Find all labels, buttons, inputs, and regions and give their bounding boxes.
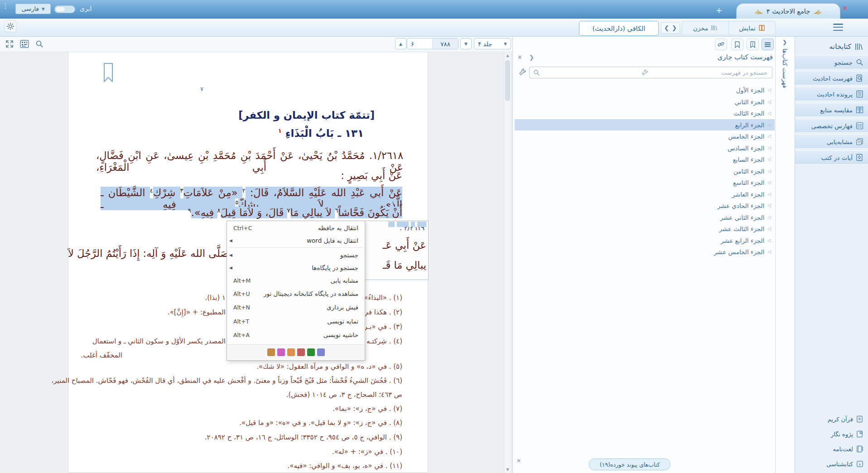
hadith-text-line2-highlighted[interactable]: أَنْ يَكُونَ فَحَّاشاً٦ لاَ يبالِي مَا٧ … bbox=[188, 207, 402, 218]
expander-icon[interactable]: ◁ bbox=[767, 180, 771, 185]
page-up-button[interactable]: ▲ bbox=[395, 38, 406, 49]
bookmark-alert-button[interactable] bbox=[747, 39, 759, 50]
expander-icon[interactable]: ◁ bbox=[767, 157, 771, 162]
search-tools-icon[interactable] bbox=[642, 69, 648, 75]
sidebar-item-similarity-finder[interactable]: مشابه‌یابی bbox=[795, 135, 868, 149]
bookmark-ribbon-icon[interactable] bbox=[103, 63, 113, 82]
menu-item-export-word[interactable]: انتقال به فایل word◀ bbox=[227, 234, 365, 247]
close-button[interactable]: ✕ bbox=[840, 5, 850, 14]
menu-item-search[interactable]: جستجو◀ bbox=[227, 249, 365, 261]
fullscreen-expand-icon[interactable] bbox=[5, 40, 14, 48]
scroll-up-icon[interactable]: ▲ bbox=[504, 53, 511, 58]
close-icon[interactable]: ✕ bbox=[517, 54, 522, 61]
app-menu-kebab-icon[interactable]: ⋮ bbox=[5, 4, 9, 15]
menu-item-view-noor-library[interactable]: مشاهده در پایگاه کتابخانه دیجیتال نورAlt… bbox=[227, 287, 365, 300]
expander-icon[interactable]: ◁ bbox=[767, 203, 771, 208]
nav-prev-icon[interactable]: ❮ bbox=[672, 24, 677, 31]
sidebar-item-dictionary[interactable]: لغت‌نامه bbox=[795, 443, 868, 455]
toc-item[interactable]: ◁الجزء التاسع bbox=[515, 177, 775, 188]
toc-item[interactable]: ◁الجزء الثاني عشر bbox=[515, 212, 775, 223]
close-icon[interactable]: ✕ bbox=[516, 458, 521, 464]
toc-list-button[interactable] bbox=[762, 39, 774, 50]
expander-icon[interactable]: ◁ bbox=[767, 226, 771, 231]
search-icon[interactable] bbox=[35, 40, 43, 48]
sidebar-item-special-indexes[interactable]: فهارس تخصصی bbox=[795, 119, 868, 133]
expander-icon[interactable]: ◁ bbox=[767, 87, 771, 92]
footnote-ref[interactable]: ٤ bbox=[150, 187, 153, 194]
highlight-color-swatch[interactable] bbox=[307, 348, 315, 356]
nav-next-icon[interactable]: ❯ bbox=[664, 24, 669, 31]
toc-item[interactable]: ◁الجزء الثاني bbox=[515, 96, 775, 107]
sidebar-item-verses-in-books[interactable]: آیات در کتب bbox=[795, 150, 868, 164]
footnote-ref[interactable]: ٧ bbox=[287, 207, 290, 214]
chapter-footnote-ref[interactable]: ١ bbox=[278, 127, 282, 134]
footnote-ref[interactable]: ٢ bbox=[242, 187, 246, 194]
toc-item[interactable]: ◁الجزء الحادي عشر bbox=[515, 200, 775, 211]
toc-item[interactable]: ◁الجزء الخامس bbox=[515, 130, 775, 142]
tab-storage[interactable]: مخزن bbox=[682, 21, 728, 34]
toc-item[interactable]: ◁الجزء الخامس عشر bbox=[515, 246, 775, 257]
sidebar-item-compare-sources[interactable]: مقایسه منابع bbox=[795, 103, 868, 117]
expander-icon[interactable]: ◁ bbox=[767, 134, 771, 139]
menu-item-search-databases[interactable]: جستجو در پایگاه‌ها◀ bbox=[227, 261, 365, 274]
sidebar-item-bibliography[interactable]: کتابشناسی bbox=[795, 458, 868, 470]
new-tab-button[interactable]: + bbox=[715, 6, 723, 14]
language-select[interactable]: ▼ فارسی bbox=[15, 4, 51, 14]
expander-icon[interactable]: ◁ bbox=[767, 215, 771, 220]
expander-icon[interactable]: ◁ bbox=[767, 122, 771, 127]
menu-item-indexing[interactable]: نمایه نویسیAlt+T bbox=[227, 315, 365, 328]
expander-icon[interactable]: ◁ bbox=[767, 249, 771, 254]
highlight-color-swatch[interactable] bbox=[317, 348, 325, 356]
toc-item[interactable]: ◁الجزء الثامن bbox=[515, 165, 775, 177]
expander-icon[interactable]: ◁ bbox=[767, 111, 771, 116]
highlight-color-swatch[interactable] bbox=[297, 348, 305, 356]
menu-item-annotation[interactable]: حاشیه نویسیAlt+A bbox=[227, 328, 365, 341]
expander-icon[interactable]: ◁ bbox=[767, 238, 771, 243]
minimize-button[interactable]: − bbox=[815, 5, 825, 14]
sidebar-item-quran[interactable]: قرآن کریم bbox=[795, 413, 868, 425]
settings-gear-button[interactable] bbox=[5, 20, 16, 32]
toc-item[interactable]: ◁الجزء الرابع عشر bbox=[515, 235, 775, 246]
wrench-icon[interactable] bbox=[519, 68, 526, 75]
highlight-color-swatch[interactable] bbox=[277, 348, 285, 356]
toc-item[interactable]: ◁الجزء العاشر bbox=[515, 188, 775, 200]
toc-item-selected[interactable]: ◁الجزء الرابع bbox=[515, 119, 775, 130]
toc-search-input[interactable] bbox=[530, 67, 772, 78]
highlight-color-swatch[interactable] bbox=[267, 348, 275, 356]
footnote-ref[interactable]: ٣ bbox=[180, 187, 183, 194]
barcode-grid-icon[interactable] bbox=[20, 40, 29, 48]
volume-select[interactable]: ▼ جلد ۴ bbox=[474, 38, 511, 49]
menu-item-note-taking[interactable]: فیش برداریAlt+N bbox=[227, 301, 365, 314]
sidebar-item-hadith-file[interactable]: پرونده احادیث bbox=[795, 87, 868, 101]
highlight-color-swatch[interactable] bbox=[287, 348, 295, 356]
scrollbar-thumb[interactable] bbox=[505, 60, 510, 101]
expander-icon[interactable]: ◁ bbox=[767, 99, 771, 104]
toc-item[interactable]: ◁الجزء الأول bbox=[515, 84, 775, 96]
linked-books-button[interactable]: کتاب‌های پیوند خورده(۱۹) bbox=[589, 459, 670, 470]
toc-strip-label[interactable]: فهرست کتاب‌ها bbox=[781, 48, 789, 88]
tab-display[interactable]: نمایش bbox=[729, 21, 775, 34]
scroll-down-icon[interactable]: ▼ bbox=[504, 468, 511, 472]
cloud-toggle[interactable] bbox=[54, 5, 75, 13]
collapse-chevron-icon[interactable]: ❮ bbox=[776, 39, 794, 45]
menu-item-copy-to-clipboard[interactable]: انتقال به حافظهCtrl+C bbox=[227, 222, 365, 234]
page-input[interactable] bbox=[407, 39, 432, 49]
menu-item-similar-finder[interactable]: مشابه یابیAlt+M bbox=[227, 274, 365, 287]
tab-alkafi-active[interactable]: الکافي (دارالحدیث) bbox=[579, 21, 659, 36]
sidebar-item-hadith-index[interactable]: فهرست احادیث bbox=[795, 71, 868, 85]
back-chevron-icon[interactable]: ❮ bbox=[529, 54, 534, 61]
sidebar-item-pajooh-negar[interactable]: پژوه نگار bbox=[795, 428, 868, 440]
footnote-ref[interactable]: ٩ bbox=[188, 207, 191, 214]
sidebar-item-library[interactable]: کتابخانه bbox=[795, 40, 868, 53]
hamburger-menu-icon[interactable] bbox=[833, 22, 844, 32]
link-button[interactable] bbox=[715, 39, 727, 50]
toc-item[interactable]: ◁الجزء السابع bbox=[515, 154, 775, 165]
footnote-ref[interactable]: ٨ bbox=[217, 207, 221, 214]
toc-item[interactable]: ◁الجزء الثالث bbox=[515, 107, 775, 119]
page-down-button[interactable]: ▼ bbox=[460, 38, 472, 49]
sidebar-item-search[interactable]: جستجو bbox=[795, 55, 868, 69]
expander-icon[interactable]: ◁ bbox=[767, 192, 771, 197]
toc-item[interactable]: ◁الجزء الثالث عشر bbox=[515, 223, 775, 234]
expander-icon[interactable]: ◁ bbox=[767, 169, 771, 174]
toc-item[interactable]: ◁الجزء السادس bbox=[515, 142, 775, 154]
